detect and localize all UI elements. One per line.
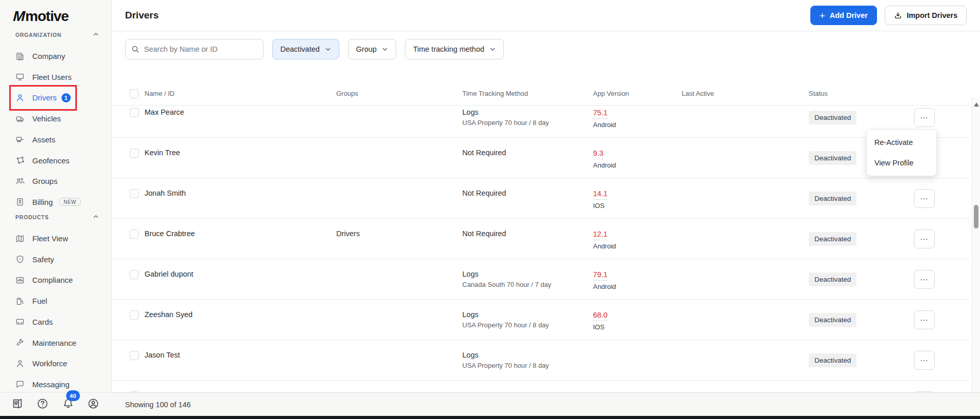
- sidebar-item-geofences[interactable]: Geofences: [0, 150, 112, 171]
- select-all-checkbox[interactable]: [130, 89, 139, 98]
- chevron-down-icon: [382, 46, 388, 52]
- sidebar-item-label: Vehicles: [32, 114, 61, 123]
- chevron-up-icon[interactable]: [93, 214, 99, 220]
- row-actions-menu-button[interactable]: ...: [914, 351, 935, 370]
- driver-name[interactable]: Jason Test: [145, 340, 336, 380]
- sidebar-item-fuel[interactable]: Fuel: [0, 290, 112, 311]
- driver-name[interactable]: Zeeshan Syed: [145, 300, 336, 340]
- sidebar-item-compliance[interactable]: Compliance: [0, 269, 112, 290]
- row-checkbox[interactable]: [130, 108, 139, 117]
- driver-name[interactable]: Max Pearce: [145, 106, 336, 137]
- app-version-number[interactable]: 79.1: [593, 270, 607, 281]
- status-badge: Deactivated: [809, 313, 856, 327]
- time-tracking-filter-dropdown[interactable]: Time tracking method: [405, 39, 504, 59]
- search-icon: [131, 45, 139, 53]
- sidebar-item-billing[interactable]: BillingNEW: [0, 192, 112, 213]
- context-menu-item-view-profile[interactable]: View Profile: [867, 153, 936, 173]
- sidebar-item-company[interactable]: Company: [0, 46, 112, 67]
- driver-groups: 28: [336, 381, 462, 392]
- sidebar-item-fleet-view[interactable]: Fleet View: [0, 228, 112, 249]
- sidebar-item-groups[interactable]: Groups: [0, 171, 112, 192]
- new-tag: NEW: [59, 198, 81, 206]
- row-actions-menu-button[interactable]: ...: [914, 229, 935, 248]
- showing-count-label: Showing 100 of 146: [125, 401, 191, 409]
- add-driver-button[interactable]: +Add Driver: [810, 6, 877, 25]
- context-menu: Re-ActivateView Profile: [866, 129, 937, 176]
- sidebar-item-safety[interactable]: Safety: [0, 249, 112, 270]
- table-row: Kevin TreeNot Required9.3AndroidDeactiva…: [112, 138, 970, 178]
- driver-groups: [336, 106, 462, 137]
- driver-groups: [336, 178, 462, 218]
- context-menu-item-re-activate[interactable]: Re-Activate: [867, 132, 936, 153]
- row-checkbox[interactable]: [130, 270, 139, 279]
- row-actions-menu-button[interactable]: ...: [914, 108, 935, 127]
- notification-count-badge: 40: [66, 390, 80, 401]
- driver-name[interactable]: Gabriel dupont: [145, 259, 336, 299]
- table-scrollbar[interactable]: [972, 97, 980, 392]
- table-row: Max PearceLogsUSA Property 70 hour / 8 d…: [112, 106, 970, 138]
- monitor-icon: [15, 72, 25, 81]
- sidebar-item-maintenance[interactable]: Maintenance: [0, 332, 112, 353]
- row-actions-menu-button[interactable]: ...: [914, 310, 935, 329]
- row-checkbox[interactable]: [130, 229, 139, 239]
- search-input[interactable]: [144, 45, 257, 53]
- row-checkbox[interactable]: [130, 310, 139, 320]
- app-version-number[interactable]: 14.1: [593, 190, 607, 200]
- app-version-number[interactable]: 75.1: [593, 109, 607, 119]
- launchpad-icon[interactable]: [11, 397, 25, 411]
- row-actions-menu-button[interactable]: ...: [914, 270, 935, 289]
- billing-icon: [15, 197, 25, 206]
- app-version-number[interactable]: 68.0: [593, 311, 607, 321]
- app-version-number[interactable]: 12.1: [593, 230, 607, 240]
- notifications-bell-icon[interactable]: 40: [62, 397, 75, 411]
- table-row: Bruce CrabtreeDriversNot Required12.1And…: [112, 219, 970, 259]
- sidebar-item-assets[interactable]: Assets: [0, 129, 112, 150]
- column-header-ttm: Time Tracking Method: [462, 90, 593, 97]
- account-icon[interactable]: [87, 397, 100, 411]
- table-row: Gabriel dupontLogsCanada South 70 hour /…: [112, 259, 970, 300]
- driver-name[interactable]: oscar glover: [145, 381, 336, 392]
- status-bar: Showing 100 of 146: [112, 392, 980, 416]
- status-badge: Deactivated: [809, 273, 856, 286]
- sidebar-item-label: Messaging: [32, 380, 70, 389]
- last-active: [682, 219, 809, 259]
- row-checkbox[interactable]: [130, 351, 139, 360]
- status-filter-dropdown[interactable]: Deactivated: [272, 39, 339, 59]
- time-tracking-method: Logs: [462, 108, 593, 116]
- group-filter-dropdown[interactable]: Group: [348, 39, 396, 59]
- column-header-app-version: App Version: [593, 90, 682, 97]
- time-tracking-ruleset: USA Property 70 hour / 8 day: [462, 362, 593, 369]
- sidebar-item-vehicles[interactable]: Vehicles: [0, 108, 112, 129]
- scroll-up-arrow-icon[interactable]: [974, 102, 979, 107]
- sidebar-item-fleet-users[interactable]: Fleet Users: [0, 67, 112, 88]
- driver-name[interactable]: Jonah Smith: [145, 178, 336, 218]
- sidebar-item-workforce[interactable]: Workforce: [0, 353, 112, 374]
- sidebar-item-drivers[interactable]: Drivers1: [0, 87, 112, 108]
- sidebar-item-cards[interactable]: Cards: [0, 311, 112, 332]
- building-icon: [15, 52, 25, 61]
- row-checkbox[interactable]: [130, 189, 139, 198]
- table-body: Max PearceLogsUSA Property 70 hour / 8 d…: [112, 106, 970, 392]
- app-platform: IOS: [593, 323, 682, 331]
- people-icon: [15, 177, 25, 186]
- import-drivers-button[interactable]: Import Drivers: [885, 6, 967, 25]
- status-badge: Deactivated: [809, 111, 856, 124]
- card-icon: [15, 317, 25, 326]
- app-version-number[interactable]: 9.3: [593, 149, 603, 159]
- last-active: [682, 381, 809, 392]
- driver-name[interactable]: Bruce Crabtree: [145, 219, 336, 259]
- driver-name[interactable]: Kevin Tree: [145, 138, 336, 178]
- last-active: [682, 340, 809, 380]
- status-badge: Deactivated: [809, 353, 856, 367]
- sidebar-item-label: Assets: [32, 135, 55, 144]
- help-icon[interactable]: [36, 397, 50, 411]
- row-checkbox[interactable]: [130, 149, 139, 158]
- scrollbar-thumb[interactable]: [974, 205, 978, 228]
- logo-m-glyph: M: [11, 8, 27, 25]
- bottom-strip: [0, 416, 980, 419]
- row-actions-menu-button[interactable]: ...: [914, 189, 935, 208]
- sidebar: Mmotive ORGANIZATIONCompanyFleet UsersDr…: [0, 0, 112, 416]
- chat-icon: [15, 380, 25, 389]
- truck-icon: [15, 114, 25, 123]
- chevron-up-icon[interactable]: [93, 31, 99, 37]
